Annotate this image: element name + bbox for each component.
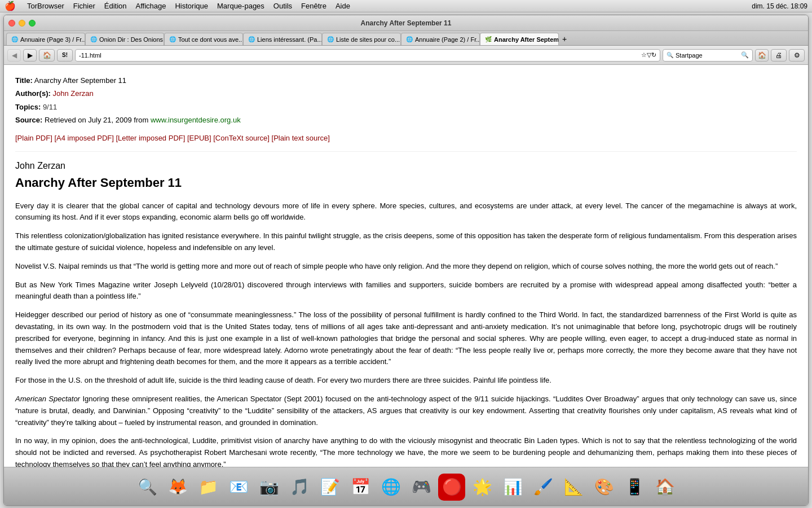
article-author: John Zerzan	[15, 161, 797, 171]
home-page-button[interactable]: 🏠	[755, 49, 769, 62]
topics-link[interactable]: 9/11	[43, 103, 57, 111]
menubar-time: dim. 15 déc. 18:09	[752, 2, 807, 10]
tab-label-6: Anarchy After Septemb...	[494, 36, 559, 43]
url-star-icon[interactable]: ☆	[641, 51, 647, 59]
tab-label-0: Annuaire (Page 3) / Fr...	[20, 36, 85, 43]
meta-topics-row: Topics: 9/11	[15, 100, 797, 113]
author-label: Author(s):	[15, 89, 51, 98]
menu-edition[interactable]: Édition	[104, 2, 127, 10]
dock-icon-files[interactable]: 📁	[195, 474, 222, 501]
menu-fenetre[interactable]: Fenêtre	[301, 2, 326, 10]
dock-icon-calendar[interactable]: 📅	[347, 474, 374, 501]
dock-icon-browser[interactable]: 🌐	[377, 474, 404, 501]
author-link[interactable]: John Zerzan	[52, 89, 93, 98]
menu-fichier[interactable]: Fichier	[73, 2, 95, 10]
dock-icon-music[interactable]: 🎵	[286, 474, 313, 501]
menubar: 🍎 TorBrowser Fichier Édition Affichage H…	[0, 0, 812, 12]
tab-icon-6: 🌿	[485, 36, 492, 42]
tab-1[interactable]: 🌐 Onion Dir : Des Onions... ✕	[85, 33, 164, 45]
tab-label-5: Annuaire (Page 2) / Fr...	[415, 36, 480, 43]
dock-icon-photo[interactable]: 📷	[255, 474, 283, 501]
search-engine-icon: 🔍	[667, 52, 673, 58]
paragraph-6: American Spectator Ignoring these omnipr…	[15, 393, 797, 428]
search-submit-icon[interactable]: 🔍	[741, 51, 749, 59]
tab-5[interactable]: 🌐 Annuaire (Page 2) / Fr... ✕	[401, 33, 480, 45]
tab-6[interactable]: 🌿 Anarchy After Septemb... ✕	[480, 33, 559, 45]
paragraph-5: For those in the U.S. on the threshold o…	[15, 375, 797, 387]
close-button[interactable]	[8, 20, 15, 27]
minimize-button[interactable]	[19, 20, 25, 27]
apple-menu[interactable]: 🍎	[5, 1, 16, 11]
menu-outils[interactable]: Outils	[273, 2, 292, 10]
window-controls	[8, 20, 36, 27]
search-bar[interactable]: 🔍 Startpage 🔍	[663, 49, 753, 62]
dock-icon-home[interactable]: 🏠	[651, 474, 678, 501]
tab-icon-3: 🌐	[248, 36, 255, 42]
format-links: [Plain PDF] [A4 imposed PDF] [Letter imp…	[15, 134, 797, 142]
article-title: Anarchy After September 11	[15, 176, 797, 190]
paragraph-7: In no way, in my opinion, does the anti-…	[15, 435, 797, 467]
format-plain-pdf[interactable]: [Plain PDF]	[15, 134, 52, 142]
title-label: Title:	[15, 76, 33, 85]
tab-label-2: Tout ce dont vous ave...	[178, 36, 243, 43]
dock-icon-game[interactable]: 🎮	[408, 474, 435, 501]
new-tab-button[interactable]: +	[559, 33, 570, 45]
meta-title-row: Title: Anarchy After September 11	[15, 74, 797, 87]
paragraph-0: Every day it is clearer that the global …	[15, 200, 797, 224]
tab-label-3: Liens intéressant. (Pa...	[257, 36, 322, 43]
home-button[interactable]: 🏠	[39, 49, 55, 62]
tab-icon-1: 🌐	[90, 36, 97, 42]
maximize-button[interactable]	[29, 20, 36, 27]
tab-3[interactable]: 🌐 Liens intéressant. (Pa... ✕	[243, 33, 322, 45]
menu-affichage[interactable]: Affichage	[136, 2, 166, 10]
tab-2[interactable]: 🌐 Tout ce dont vous ave... ✕	[164, 33, 243, 45]
format-epub[interactable]: [EPUB]	[187, 134, 211, 142]
tab-0[interactable]: 🌐 Annuaire (Page 3) / Fr... ✕	[6, 33, 85, 45]
paragraph-3: But as New York Times Magazine writer Jo…	[15, 279, 797, 303]
dock: 🔍 🦊 📁 📧 📷 🎵 📝 📅 🌐 🎮 🔴 🌟 📊 🖌️ 📐 🎨 📱 🏠	[4, 467, 808, 506]
format-context[interactable]: [ConTeXt source]	[213, 134, 270, 142]
dock-icon-design[interactable]: 📐	[560, 474, 587, 501]
tab-icon-5: 🌐	[406, 36, 413, 42]
url-refresh-icon[interactable]: ↻	[651, 51, 656, 59]
menu-torbrowser[interactable]: TorBrowser	[27, 2, 64, 10]
dock-icon-notes[interactable]: 📝	[316, 474, 343, 501]
window-title: Anarchy After September 11	[361, 19, 452, 27]
menu-aide[interactable]: Aide	[336, 2, 350, 10]
dock-icon-phone[interactable]: 📱	[621, 474, 648, 501]
meta-author-row: Author(s): John Zerzan	[15, 87, 797, 100]
tab-label-4: Liste de sites pour co...	[336, 36, 400, 43]
dock-icon-red[interactable]: 🔴	[438, 474, 465, 501]
meta-source-row: Source: Retrieved on July 21, 2009 from …	[15, 113, 797, 126]
tor-button[interactable]: S!	[57, 49, 73, 62]
menu-marquepages[interactable]: Marque-pages	[217, 2, 264, 10]
dock-icon-paint[interactable]: 🖌️	[529, 474, 557, 501]
tab-icon-0: 🌐	[11, 36, 18, 42]
dock-icon-firefox[interactable]: 🦊	[164, 474, 191, 501]
title-bar: Anarchy After September 11	[4, 15, 808, 31]
back-button[interactable]: ◀	[7, 49, 21, 62]
format-a4-pdf[interactable]: [A4 imposed PDF]	[54, 134, 114, 142]
source-label: Source:	[15, 116, 42, 124]
dock-icon-finder[interactable]: 🔍	[134, 474, 161, 501]
dock-icon-chart[interactable]: 📊	[499, 474, 526, 501]
tab-4[interactable]: 🌐 Liste de sites pour co... ✕	[322, 33, 401, 45]
dock-icon-art[interactable]: 🎨	[590, 474, 617, 501]
dock-icon-mail[interactable]: 📧	[225, 474, 252, 501]
format-letter-pdf[interactable]: [Letter imposed PDF]	[116, 134, 186, 142]
divider	[15, 151, 797, 152]
dock-icon-star[interactable]: 🌟	[469, 474, 496, 501]
paragraph-2: Novelist V.S. Naipal reminds us that “Th…	[15, 261, 797, 273]
browser-window: Anarchy After September 11 🌐 Annuaire (P…	[3, 15, 809, 506]
print-button[interactable]: 🖨	[771, 49, 787, 62]
source-link[interactable]: www.insurgentdesire.org.uk	[151, 116, 241, 124]
url-bar[interactable]: -11.html ☆ ▽ ↻	[75, 49, 660, 62]
search-placeholder: Startpage	[676, 52, 703, 59]
forward-button[interactable]: ▶	[23, 49, 37, 62]
menu-historique[interactable]: Historique	[175, 2, 208, 10]
format-text[interactable]: [Plain text source]	[272, 134, 330, 142]
url-bookmark-icon[interactable]: ▽	[647, 51, 651, 59]
title-value: Anarchy After September 11	[34, 76, 126, 85]
settings-button[interactable]: ⚙	[789, 49, 805, 62]
paragraph-4: Heidegger described our period of histor…	[15, 309, 797, 368]
